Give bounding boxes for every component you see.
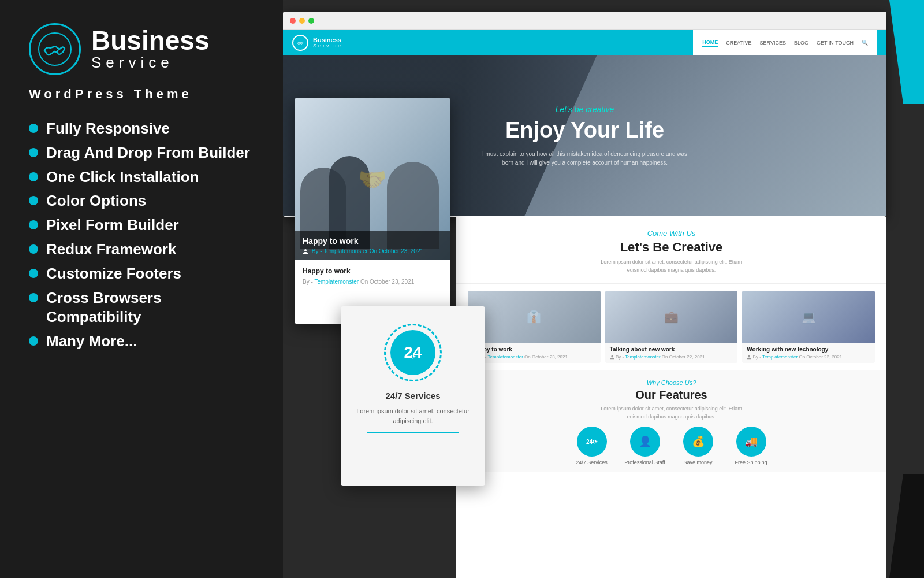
feature-label: Many More...	[46, 332, 137, 351]
blog-mini-title-2: Talking about new work	[610, 346, 733, 353]
list-item: Fully Responsive	[29, 119, 260, 139]
handshake-decor: 🤝	[358, 166, 387, 193]
bullet-icon	[29, 336, 38, 346]
feature-icon-staff: 👤	[630, 427, 660, 457]
service-title: 24/7 Services	[385, 391, 440, 401]
bullet-icon	[29, 196, 38, 205]
bullet-icon	[29, 124, 38, 133]
minimize-dot	[299, 18, 305, 24]
features-section: Why Choose Us? Our Features Lorem ipsum …	[456, 370, 886, 472]
blog-card-meta: By - Templatemonster On October 23, 2021	[303, 248, 442, 254]
feature-label: Fully Responsive	[46, 119, 170, 139]
nav-link-creative[interactable]: CREATIVE	[726, 40, 751, 46]
feature-label-4: Free Shipping	[735, 460, 767, 465]
hero-tagline: Let's be creative	[481, 105, 689, 114]
blog-mini-img-2: 💼	[605, 291, 738, 343]
logo-area: Business Service	[29, 23, 260, 75]
blog-card-body-meta: By - Templatemonster On October 23, 2021	[303, 279, 442, 285]
list-item: One Click Installation	[29, 168, 260, 187]
blog-card-overlay: Happy to work By - Templatemonster On Oc…	[295, 231, 450, 260]
list-item: Pixel Form Builder	[29, 216, 260, 235]
feature-label-2: Professional Staff	[624, 460, 665, 465]
logo-text: Business Service	[91, 27, 210, 72]
bullet-icon	[29, 148, 38, 157]
feature-label: Redux Framework	[46, 240, 176, 260]
blog-card-mini-2: 💼 Talking about new work By - Templatemo…	[605, 291, 738, 363]
nav-logo-circle	[292, 35, 308, 51]
nav-link-home[interactable]: HOME	[702, 39, 718, 47]
theme-label: WordPress Theme	[29, 87, 260, 102]
feature-item-1: 24⟳ 24/7 Services	[569, 427, 615, 465]
list-item: Redux Framework	[29, 240, 260, 260]
blog-mini-title-1: Happy to work	[472, 346, 596, 353]
logo-title: Business	[91, 27, 210, 54]
maximize-dot	[308, 18, 314, 24]
teal-nav-bar: Business Service HOME CREATIVE SERVICES …	[283, 30, 886, 55]
blog-author: Templatemonster	[323, 248, 368, 254]
blog-date: On October 23, 2021	[370, 248, 423, 254]
feature-icon-money: 💰	[683, 427, 713, 457]
features-icons-row: 24⟳ 24/7 Services 👤 Professional Staff 💰…	[468, 421, 875, 465]
nav-link-contact[interactable]: GET IN TOUCH	[817, 40, 854, 46]
teal-accent-top	[889, 0, 924, 104]
blog-mini-meta-3: By - Templatemonster On October 22, 2021	[747, 354, 870, 360]
nav-logo-text: Business Service	[313, 36, 342, 49]
features-sub: Why Choose Us?	[468, 379, 875, 386]
hero-title: Enjoy Your Life	[481, 118, 689, 143]
features-list: Fully Responsive Drag And Drop From Buil…	[29, 119, 260, 351]
blog-mini-img-1: 👔	[468, 291, 601, 343]
feature-label: One Click Installation	[46, 168, 199, 187]
list-item: Customize Footers	[29, 264, 260, 284]
blog-card-mini-body-3: Working with new technology By - Templat…	[742, 343, 875, 363]
nav-brand: Business Service	[292, 35, 342, 51]
logo-subtitle: Service	[91, 54, 210, 72]
blog-mini-img-3: 💻	[742, 291, 875, 343]
blog-card-mini-body-2: Talking about new work By - Templatemons…	[605, 343, 738, 363]
nav-link-blog[interactable]: BLOG	[794, 40, 808, 46]
user-icon	[747, 355, 751, 360]
feature-item-2: 👤 Professional Staff	[622, 427, 668, 465]
blog-card-mini-body-1: Happy to work By - Templatemonster On Oc…	[468, 343, 601, 363]
feature-label: Drag And Drop From Builder	[46, 143, 250, 163]
blog-card-mini-3: 💻 Working with new technology By - Templ…	[742, 291, 875, 363]
close-dot	[290, 18, 296, 24]
blog-card-image: 🤝 Happy to work By - Templatemonster On …	[295, 98, 450, 260]
service-desc: Lorem ipsum dolor sit amet, consectetur …	[352, 406, 474, 425]
list-item: Many More...	[29, 332, 260, 351]
user-icon	[610, 355, 614, 360]
blog-cards-row: 👔 Happy to work By - Templatemonster On …	[456, 284, 886, 370]
user-icon	[303, 249, 308, 254]
feature-label: Color Options	[46, 191, 146, 211]
svg-point-0	[39, 33, 71, 65]
list-item: Drag And Drop From Builder	[29, 143, 260, 163]
left-panel: Business Service WordPress Theme Fully R…	[0, 0, 283, 578]
features-desc: Lorem ipsum dolor sit amet, consectetur …	[468, 405, 875, 421]
feature-icon-24: 24⟳	[577, 427, 607, 457]
creative-section: Come With Us Let's Be Creative Lorem ips…	[456, 217, 886, 284]
list-item: Cross Browsers Compatibility	[29, 288, 260, 328]
blog-mini-meta-1: By - Templatemonster On October 23, 2021	[472, 354, 596, 360]
blog-card-title: Happy to work	[303, 236, 442, 246]
features-section-header: Why Choose Us? Our Features Lorem ipsum …	[468, 379, 875, 421]
bullet-icon	[29, 172, 38, 181]
blog-mini-meta-2: By - Templatemonster On October 22, 2021	[610, 354, 733, 360]
nav-link-services[interactable]: SERVICES	[760, 40, 786, 46]
feature-icon-shipping: 🚚	[736, 427, 766, 457]
creative-title: Let's Be Creative	[474, 240, 869, 255]
logo-icon	[29, 23, 81, 75]
search-icon[interactable]: 🔍	[862, 40, 868, 46]
website-content-area: Come With Us Let's Be Creative Lorem ips…	[456, 217, 886, 578]
right-panel: Business Service HOME CREATIVE SERVICES …	[283, 0, 924, 578]
feature-label: Cross Browsers Compatibility	[46, 288, 260, 328]
blog-card-mini-1: 👔 Happy to work By - Templatemonster On …	[468, 291, 601, 363]
clock-icon: ⟳	[411, 354, 415, 360]
bullet-icon	[29, 220, 38, 229]
feature-label: Pixel Form Builder	[46, 216, 179, 235]
service-card: 24 ⟳ 24/7 Services Lorem ipsum dolor sit…	[341, 306, 485, 486]
feature-label: Customize Footers	[46, 264, 181, 284]
feature-label-1: 24/7 Services	[576, 460, 608, 465]
creative-sub: Come With Us	[474, 229, 869, 238]
feature-item-3: 💰 Save money	[675, 427, 721, 465]
list-item: Color Options	[29, 191, 260, 211]
dark-accent-bottom	[889, 474, 924, 578]
